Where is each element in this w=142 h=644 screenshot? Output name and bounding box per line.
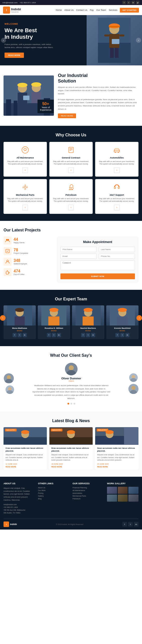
stat-employees: 348 Skilled Employee [4,258,53,266]
testimonial-main: Oliver Dummer Client Vestibulum Williams… [17,363,126,405]
support-icon [112,183,121,192]
gallery-thumb-2[interactable] [118,487,128,494]
footer-link-blog[interactable]: Blog [38,498,69,500]
footer-fb-icon[interactable]: f [122,522,127,527]
petroleum-arrow-button[interactable]: › [68,205,74,210]
footer-in-icon[interactable]: in [134,522,138,527]
team-role-1: Worker [38,330,70,332]
maintenance-arrow-button[interactable]: › [22,168,28,173]
facebook-icon[interactable]: f [122,1,126,4]
projects-label: Project Completed [14,252,28,254]
hero-title: We Are BestIn Industry [5,27,82,41]
hero-read-more-button[interactable]: READ MORE [5,53,24,58]
footer-phone: +91 964 871 1404 [4,506,35,508]
gallery-thumb-3[interactable] [128,487,138,494]
team-in-3[interactable]: in [125,333,129,337]
stat-projects-info: 78 Project Completed [14,248,28,254]
email-input[interactable] [60,254,97,259]
team-fb-3[interactable]: f [115,333,119,337]
nav-links: Home About Us Contact Us Pay Our Team Se… [56,8,139,13]
team-in-0[interactable]: in [23,333,27,337]
team-in-2[interactable]: in [91,333,95,337]
blog-title: Latest Blog & News [4,419,138,423]
team-tw-3[interactable]: t [120,333,124,337]
svg-point-58 [132,375,135,379]
blog-content-2: Seas accumsan nulla nec lacus ultrices p… [95,445,138,470]
team-fb-0[interactable]: f [13,333,17,337]
hero-prev-button[interactable]: ‹ [1,38,6,43]
hero-welcome: WELCOME [5,23,82,25]
footer-service-maintenance[interactable]: All Maintenance [73,490,104,491]
footer-service-automobiles[interactable]: Automobiles [73,492,104,494]
testimonial-dot-1[interactable] [70,403,72,405]
nav-pay[interactable]: Pay [90,9,94,11]
footer-gallery-col: Work Gallery [107,482,138,515]
svg-point-68 [67,430,75,434]
support-arrow-button[interactable]: › [114,205,120,210]
testimonial-dot-2[interactable] [74,403,75,405]
svg-point-49 [118,308,127,312]
industrial-content: Our IndustrialSolution Aliquam ac arcu i… [58,73,138,118]
footer-tw-icon[interactable]: t [128,522,133,527]
nav-contact[interactable]: Contact Us [76,9,87,11]
hero-image [87,15,142,65]
footer-service-petroleum[interactable]: Petroleum [73,498,104,500]
blog-date-0: 12 JUNE 2020 [6,463,45,465]
team-fb-1[interactable]: f [47,333,51,337]
linkedin-icon[interactable]: in [131,1,135,4]
testimonial-avatar-left-1 [4,373,14,383]
team-name-0: Mona Matthews [4,326,36,330]
footer-service-mechanical[interactable]: Mechanical Parts [73,495,104,497]
team-prev-button[interactable]: ‹ [0,315,6,321]
phone-input[interactable] [99,254,135,259]
blog-read-more-0[interactable]: READ MORE [6,466,45,468]
team-tw-2[interactable]: t [86,333,90,337]
team-tw-1[interactable]: t [52,333,56,337]
team-socials-3: f t in [106,333,138,339]
mechanical-arrow-button[interactable]: › [22,205,28,210]
svg-rect-8 [110,48,114,58]
nav-services[interactable]: Services [109,9,118,11]
blog-read-more-1[interactable]: READ MORE [51,466,91,468]
nav-home[interactable]: Home [56,9,62,11]
twitter-icon[interactable]: t [127,1,130,4]
footer-logo[interactable]: I Indobi [4,521,17,527]
youtube-icon[interactable]: yt [136,1,139,4]
svg-point-64 [21,430,29,434]
footer-link-gallery[interactable]: Gallery [38,495,69,497]
svg-point-37 [15,308,24,312]
testimonial-dot-0[interactable] [67,403,69,405]
why-grid: All Maintenance Stay safe with us and se… [4,142,138,214]
svg-rect-50 [117,316,128,326]
last-name-input[interactable] [99,247,135,252]
footer-about: About Us Aliquam erat volutpat. Cras con… [4,482,35,515]
gallery-thumb-1[interactable] [107,487,117,494]
automobiles-arrow-button[interactable]: › [114,168,120,173]
testimonial-wrapper: Oliver Dummer Client Vestibulum Williams… [4,363,138,405]
blog-read-more-2[interactable]: READ MORE [97,466,136,468]
team-tw-0[interactable]: t [18,333,22,337]
gallery-thumb-5[interactable] [118,495,128,502]
team-in-1[interactable]: in [57,333,61,337]
gallery-thumb-4[interactable] [107,495,117,502]
contract-arrow-button[interactable]: › [68,168,74,173]
hero-next-button[interactable]: › [136,38,141,43]
industrial-read-more-button[interactable]: READ MORE [58,113,76,118]
logo[interactable]: I Indobi Industries [3,7,21,14]
first-name-input[interactable] [60,247,97,252]
appointment-name-row [60,247,135,252]
team-next-button[interactable]: › [136,315,142,321]
footer-link-about[interactable]: About Us [38,487,69,489]
svg-point-30 [71,187,73,189]
nav-about[interactable]: About Us [64,9,74,11]
comment-input[interactable] [60,260,135,270]
footer-service-financial[interactable]: Financial Planning [73,487,104,489]
team-fb-2[interactable]: f [81,333,85,337]
footer-link-work[interactable]: Our Work [38,490,69,491]
submit-button[interactable]: SUBMIT NOW [60,273,135,279]
get-started-button[interactable]: GET STARTED [120,8,139,13]
blog-badge-0: INDUSTRY [5,429,17,431]
nav-team[interactable]: Our Team [96,9,106,11]
footer-link-pricing[interactable]: Pricing [38,492,69,494]
gallery-thumb-6[interactable] [128,495,138,502]
